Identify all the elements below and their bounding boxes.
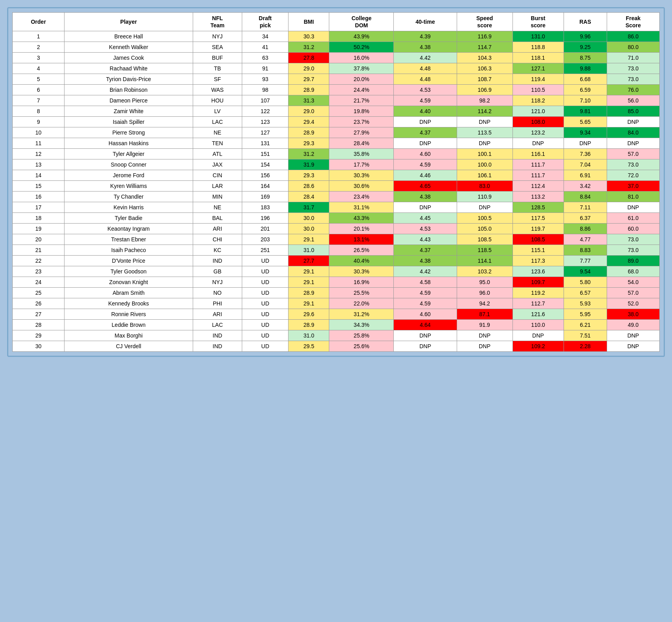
cell-freak: 81.0 <box>607 192 659 202</box>
table-row: 7Dameon PierceHOU10731.321.7%4.5998.2118… <box>13 95 660 106</box>
cell-speed: 114.2 <box>457 106 513 117</box>
cell-burst: 121.6 <box>513 309 564 320</box>
cell-order: 8 <box>13 106 65 117</box>
cell-ras: 7.51 <box>564 330 607 341</box>
cell-player: Snoop Conner <box>65 159 193 170</box>
table-container: Order Player NFLTeam Draftpick BMI Colle… <box>7 7 665 357</box>
table-row: 27Ronnie RiversARIUD29.631.2%4.6087.1121… <box>13 309 660 320</box>
cell-pick: 107 <box>242 95 289 106</box>
cell-bmi: 31.2 <box>289 149 329 159</box>
cell-team: IND <box>193 341 242 352</box>
cell-burst: 118.2 <box>513 95 564 106</box>
cell-bmi: 28.9 <box>289 288 329 298</box>
cell-pick: UD <box>242 341 289 352</box>
cell-bmi: 30.0 <box>289 213 329 224</box>
cell-speed: 100.5 <box>457 213 513 224</box>
cell-team: LAC <box>193 117 242 127</box>
cell-team: CHI <box>193 234 242 245</box>
cell-bmi: 29.1 <box>289 277 329 288</box>
cell-ras: 9.81 <box>564 106 607 117</box>
table-row: 12Tyler AllgeierATL15131.235.8%4.60100.1… <box>13 149 660 159</box>
cell-ras: 9.96 <box>564 31 607 42</box>
cell-speed: 113.5 <box>457 127 513 138</box>
cell-speed: 95.0 <box>457 277 513 288</box>
cell-college: 23.7% <box>329 117 394 127</box>
cell-40time: DNP <box>394 330 457 341</box>
cell-speed: 114.1 <box>457 256 513 266</box>
table-row: 28Leddie BrownLACUD28.934.3%4.6491.9110.… <box>13 320 660 330</box>
cell-speed: 96.0 <box>457 288 513 298</box>
table-row: 26Kennedy BrooksPHIUD29.122.0%4.5994.211… <box>13 298 660 309</box>
cell-player: Brian Robinson <box>65 85 193 95</box>
cell-40time: 4.48 <box>394 63 457 74</box>
cell-college: 23.4% <box>329 192 394 202</box>
table-row: 15Kyren WilliamsLAR16428.630.6%4.6583.01… <box>13 181 660 192</box>
cell-bmi: 28.4 <box>289 192 329 202</box>
cell-college: 35.8% <box>329 149 394 159</box>
cell-speed: 118.5 <box>457 245 513 256</box>
cell-pick: 156 <box>242 170 289 181</box>
table-row: 3James CookBUF6327.816.0%4.42104.3118.18… <box>13 53 660 63</box>
cell-bmi: 29.6 <box>289 309 329 320</box>
cell-pick: 196 <box>242 213 289 224</box>
cell-40time: DNP <box>394 138 457 149</box>
cell-burst: 119.4 <box>513 74 564 85</box>
cell-ras: 9.88 <box>564 63 607 74</box>
cell-bmi: 29.0 <box>289 63 329 74</box>
cell-40time: 4.60 <box>394 309 457 320</box>
cell-ras: 9.34 <box>564 127 607 138</box>
cell-order: 18 <box>13 213 65 224</box>
cell-order: 10 <box>13 127 65 138</box>
cell-college: 31.1% <box>329 202 394 213</box>
header-team: NFLTeam <box>193 13 242 31</box>
cell-speed: 87.1 <box>457 309 513 320</box>
cell-burst: 121.0 <box>513 106 564 117</box>
cell-college: 30.3% <box>329 170 394 181</box>
cell-team: IND <box>193 330 242 341</box>
cell-speed: 108.7 <box>457 74 513 85</box>
cell-bmi: 28.9 <box>289 320 329 330</box>
table-row: 29Max BorghiINDUD31.025.8%DNPDNPDNP7.51D… <box>13 330 660 341</box>
cell-speed: 114.7 <box>457 42 513 53</box>
table-row: 24Zonovan KnightNYJUD29.116.9%4.5895.010… <box>13 277 660 288</box>
cell-freak: 85.0 <box>607 106 659 117</box>
cell-burst: 110.0 <box>513 320 564 330</box>
cell-pick: 34 <box>242 31 289 42</box>
cell-speed: 94.2 <box>457 298 513 309</box>
cell-freak: 80.0 <box>607 42 659 53</box>
cell-order: 29 <box>13 330 65 341</box>
header-player: Player <box>65 13 193 31</box>
cell-pick: UD <box>242 309 289 320</box>
cell-40time: 4.59 <box>394 288 457 298</box>
cell-college: 24.4% <box>329 85 394 95</box>
cell-pick: 151 <box>242 149 289 159</box>
cell-ras: 7.36 <box>564 149 607 159</box>
table-row: 5Tyrion Davis-PriceSF9329.720.0%4.48108.… <box>13 74 660 85</box>
cell-player: Kenneth Walker <box>65 42 193 53</box>
cell-pick: 93 <box>242 74 289 85</box>
cell-order: 16 <box>13 192 65 202</box>
cell-burst: 117.5 <box>513 213 564 224</box>
cell-bmi: 27.8 <box>289 53 329 63</box>
cell-college: 40.4% <box>329 256 394 266</box>
cell-burst: 111.7 <box>513 170 564 181</box>
cell-order: 30 <box>13 341 65 352</box>
cell-team: LV <box>193 106 242 117</box>
header-burst: Burstscore <box>513 13 564 31</box>
cell-ras: DNP <box>564 138 607 149</box>
cell-burst: DNP <box>513 330 564 341</box>
cell-ras: 8.84 <box>564 192 607 202</box>
cell-team: SEA <box>193 42 242 53</box>
cell-bmi: 29.0 <box>289 106 329 117</box>
cell-player: Abram Smith <box>65 288 193 298</box>
header-bmi: BMI <box>289 13 329 31</box>
cell-college: 34.3% <box>329 320 394 330</box>
cell-freak: DNP <box>607 202 659 213</box>
cell-order: 7 <box>13 95 65 106</box>
cell-burst: 131.0 <box>513 31 564 42</box>
cell-order: 23 <box>13 266 65 277</box>
cell-pick: 201 <box>242 224 289 234</box>
cell-ras: 7.04 <box>564 159 607 170</box>
cell-player: Pierre Strong <box>65 127 193 138</box>
cell-bmi: 29.4 <box>289 117 329 127</box>
